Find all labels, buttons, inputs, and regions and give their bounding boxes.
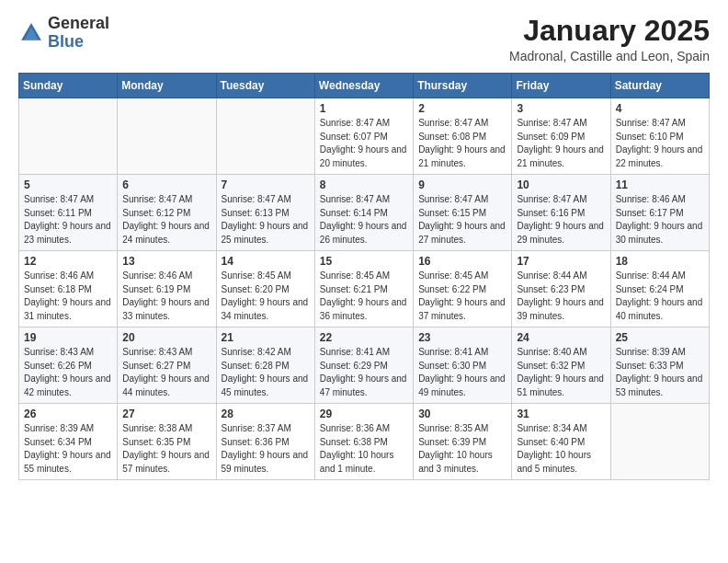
day-info: Sunrise: 8:47 AM Sunset: 6:07 PM Dayligh…	[320, 117, 408, 170]
day-number: 1	[320, 102, 408, 115]
day-number: 23	[418, 331, 506, 344]
day-info: Sunrise: 8:41 AM Sunset: 6:29 PM Dayligh…	[320, 346, 408, 399]
day-number: 20	[122, 331, 210, 344]
calendar-cell: 30Sunrise: 8:35 AM Sunset: 6:39 PM Dayli…	[414, 404, 512, 480]
calendar-cell	[216, 98, 314, 175]
calendar-cell	[19, 98, 118, 175]
day-number: 4	[616, 102, 704, 115]
logo-icon	[18, 20, 44, 46]
week-row-1: 1Sunrise: 8:47 AM Sunset: 6:07 PM Daylig…	[19, 98, 710, 175]
calendar-cell: 7Sunrise: 8:47 AM Sunset: 6:13 PM Daylig…	[216, 175, 314, 251]
calendar-cell: 4Sunrise: 8:47 AM Sunset: 6:10 PM Daylig…	[610, 98, 709, 175]
day-info: Sunrise: 8:47 AM Sunset: 6:16 PM Dayligh…	[517, 193, 605, 247]
location: Madronal, Castille and Leon, Spain	[509, 49, 710, 63]
day-info: Sunrise: 8:44 AM Sunset: 6:23 PM Dayligh…	[517, 270, 605, 323]
day-number: 8	[320, 178, 408, 191]
day-number: 12	[24, 255, 112, 268]
day-number: 17	[517, 255, 605, 268]
day-number: 6	[122, 178, 210, 191]
day-info: Sunrise: 8:39 AM Sunset: 6:34 PM Dayligh…	[24, 422, 112, 476]
week-row-5: 26Sunrise: 8:39 AM Sunset: 6:34 PM Dayli…	[19, 404, 710, 480]
calendar-cell: 15Sunrise: 8:45 AM Sunset: 6:21 PM Dayli…	[314, 251, 413, 327]
day-info: Sunrise: 8:47 AM Sunset: 6:12 PM Dayligh…	[122, 193, 210, 247]
day-info: Sunrise: 8:36 AM Sunset: 6:38 PM Dayligh…	[320, 422, 408, 476]
calendar-cell: 25Sunrise: 8:39 AM Sunset: 6:33 PM Dayli…	[610, 327, 709, 404]
day-info: Sunrise: 8:47 AM Sunset: 6:11 PM Dayligh…	[24, 193, 112, 247]
day-info: Sunrise: 8:46 AM Sunset: 6:17 PM Dayligh…	[616, 193, 704, 247]
day-info: Sunrise: 8:42 AM Sunset: 6:28 PM Dayligh…	[222, 346, 310, 399]
calendar-cell: 31Sunrise: 8:34 AM Sunset: 6:40 PM Dayli…	[512, 404, 610, 480]
day-number: 14	[222, 255, 310, 268]
calendar-cell: 9Sunrise: 8:47 AM Sunset: 6:15 PM Daylig…	[414, 175, 512, 251]
day-info: Sunrise: 8:47 AM Sunset: 6:08 PM Dayligh…	[418, 117, 506, 170]
day-info: Sunrise: 8:47 AM Sunset: 6:14 PM Dayligh…	[320, 193, 408, 247]
day-number: 30	[418, 408, 506, 420]
day-number: 15	[320, 255, 408, 268]
calendar-cell: 11Sunrise: 8:46 AM Sunset: 6:17 PM Dayli…	[610, 175, 709, 251]
page: General Blue January 2025 Madronal, Cast…	[0, 0, 728, 495]
calendar-cell: 26Sunrise: 8:39 AM Sunset: 6:34 PM Dayli…	[19, 404, 118, 480]
day-info: Sunrise: 8:43 AM Sunset: 6:27 PM Dayligh…	[122, 346, 210, 399]
calendar-cell: 10Sunrise: 8:47 AM Sunset: 6:16 PM Dayli…	[512, 175, 610, 251]
calendar-cell: 17Sunrise: 8:44 AM Sunset: 6:23 PM Dayli…	[512, 251, 610, 327]
day-number: 28	[222, 408, 310, 420]
calendar-cell: 20Sunrise: 8:43 AM Sunset: 6:27 PM Dayli…	[118, 327, 216, 404]
day-number: 25	[616, 331, 704, 344]
day-info: Sunrise: 8:45 AM Sunset: 6:20 PM Dayligh…	[222, 270, 310, 323]
day-info: Sunrise: 8:35 AM Sunset: 6:39 PM Dayligh…	[418, 422, 506, 476]
calendar-cell: 5Sunrise: 8:47 AM Sunset: 6:11 PM Daylig…	[19, 175, 118, 251]
calendar-cell	[118, 98, 216, 175]
calendar-cell: 13Sunrise: 8:46 AM Sunset: 6:19 PM Dayli…	[118, 251, 216, 327]
day-number: 9	[418, 178, 506, 191]
day-number: 22	[320, 331, 408, 344]
day-number: 13	[122, 255, 210, 268]
weekday-header-tuesday: Tuesday	[216, 74, 314, 98]
calendar-cell: 28Sunrise: 8:37 AM Sunset: 6:36 PM Dayli…	[216, 404, 314, 480]
calendar-cell: 6Sunrise: 8:47 AM Sunset: 6:12 PM Daylig…	[118, 175, 216, 251]
logo-text: General Blue	[48, 15, 109, 52]
day-info: Sunrise: 8:40 AM Sunset: 6:32 PM Dayligh…	[517, 346, 605, 399]
calendar-table: SundayMondayTuesdayWednesdayThursdayFrid…	[18, 73, 710, 480]
day-info: Sunrise: 8:39 AM Sunset: 6:33 PM Dayligh…	[616, 346, 704, 399]
logo-general: General	[48, 14, 109, 32]
calendar-cell: 29Sunrise: 8:36 AM Sunset: 6:38 PM Dayli…	[314, 404, 413, 480]
logo-blue: Blue	[48, 32, 84, 51]
logo: General Blue	[18, 15, 109, 52]
day-info: Sunrise: 8:45 AM Sunset: 6:22 PM Dayligh…	[418, 270, 506, 323]
day-info: Sunrise: 8:43 AM Sunset: 6:26 PM Dayligh…	[24, 346, 112, 399]
day-info: Sunrise: 8:34 AM Sunset: 6:40 PM Dayligh…	[517, 422, 605, 476]
calendar-cell: 8Sunrise: 8:47 AM Sunset: 6:14 PM Daylig…	[314, 175, 413, 251]
day-info: Sunrise: 8:45 AM Sunset: 6:21 PM Dayligh…	[320, 270, 408, 323]
week-row-4: 19Sunrise: 8:43 AM Sunset: 6:26 PM Dayli…	[19, 327, 710, 404]
day-number: 19	[24, 331, 112, 344]
day-number: 10	[517, 178, 605, 191]
weekday-header-thursday: Thursday	[414, 74, 512, 98]
day-info: Sunrise: 8:47 AM Sunset: 6:13 PM Dayligh…	[222, 193, 310, 247]
weekday-header-wednesday: Wednesday	[314, 74, 413, 98]
calendar-cell: 23Sunrise: 8:41 AM Sunset: 6:30 PM Dayli…	[414, 327, 512, 404]
day-number: 16	[418, 255, 506, 268]
calendar-cell: 14Sunrise: 8:45 AM Sunset: 6:20 PM Dayli…	[216, 251, 314, 327]
day-number: 11	[616, 178, 704, 191]
calendar-cell: 3Sunrise: 8:47 AM Sunset: 6:09 PM Daylig…	[512, 98, 610, 175]
weekday-header-row: SundayMondayTuesdayWednesdayThursdayFrid…	[19, 74, 710, 98]
day-number: 24	[517, 331, 605, 344]
day-number: 27	[122, 408, 210, 420]
week-row-2: 5Sunrise: 8:47 AM Sunset: 6:11 PM Daylig…	[19, 175, 710, 251]
weekday-header-sunday: Sunday	[19, 74, 118, 98]
day-number: 7	[222, 178, 310, 191]
calendar-cell: 16Sunrise: 8:45 AM Sunset: 6:22 PM Dayli…	[414, 251, 512, 327]
day-number: 21	[222, 331, 310, 344]
day-number: 29	[320, 408, 408, 420]
day-info: Sunrise: 8:37 AM Sunset: 6:36 PM Dayligh…	[222, 422, 310, 476]
header: General Blue January 2025 Madronal, Cast…	[18, 15, 710, 63]
calendar-cell: 19Sunrise: 8:43 AM Sunset: 6:26 PM Dayli…	[19, 327, 118, 404]
calendar-cell: 1Sunrise: 8:47 AM Sunset: 6:07 PM Daylig…	[314, 98, 413, 175]
day-number: 3	[517, 102, 605, 115]
day-info: Sunrise: 8:41 AM Sunset: 6:30 PM Dayligh…	[418, 346, 506, 399]
day-info: Sunrise: 8:44 AM Sunset: 6:24 PM Dayligh…	[616, 270, 704, 323]
calendar-cell: 21Sunrise: 8:42 AM Sunset: 6:28 PM Dayli…	[216, 327, 314, 404]
calendar-cell: 27Sunrise: 8:38 AM Sunset: 6:35 PM Dayli…	[118, 404, 216, 480]
title-block: January 2025 Madronal, Castille and Leon…	[509, 15, 710, 63]
calendar-cell: 24Sunrise: 8:40 AM Sunset: 6:32 PM Dayli…	[512, 327, 610, 404]
